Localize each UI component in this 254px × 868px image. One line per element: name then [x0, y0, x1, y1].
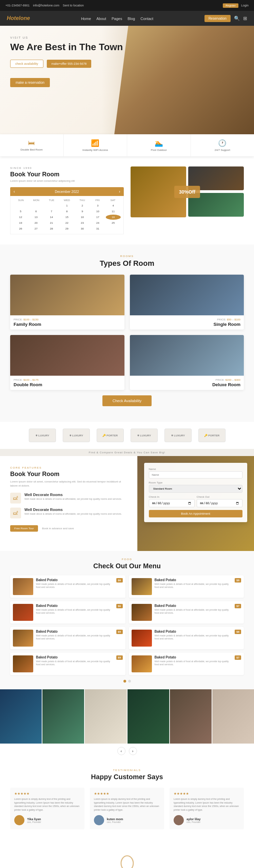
form-name-input[interactable] [149, 471, 243, 478]
test-author-info-3: aylor lilay ceo, Founder [187, 817, 201, 823]
cal-day-1[interactable]: 1 [60, 203, 75, 208]
cal-wed: WED [59, 199, 75, 202]
cal-day-20[interactable]: 20 [29, 220, 44, 225]
test-text-1: Lorem ipsum is simply dummy text of the … [14, 797, 80, 812]
form-checkout-input[interactable] [197, 499, 242, 507]
cal-day-7[interactable]: 7 [44, 209, 59, 214]
cal-day-29[interactable]: 29 [60, 226, 75, 231]
food-image-2 [132, 578, 152, 595]
nav-blog[interactable]: Blog [128, 17, 135, 21]
search-icon[interactable]: 🔍 [234, 16, 240, 21]
cal-day-18[interactable]: 18 [106, 215, 121, 220]
food-dot-2[interactable] [128, 680, 131, 683]
cal-day-31[interactable]: 31 [91, 226, 105, 231]
cal-day-28[interactable]: 28 [44, 226, 59, 231]
touch-icon: Touch [107, 853, 148, 868]
cal-day-3[interactable]: 3 [91, 203, 105, 208]
nav-pages[interactable]: Pages [112, 17, 122, 21]
cal-day-13[interactable]: 13 [29, 215, 44, 220]
family-room-image [10, 275, 124, 315]
brand-logo-6: 🔑 PORTER [198, 429, 226, 442]
calendar-next-button[interactable]: › [119, 189, 120, 194]
form-checkin-input[interactable] [149, 499, 195, 507]
svg-point-0 [121, 856, 133, 868]
avatar-2 [94, 815, 104, 825]
site-logo[interactable]: Hotelone [7, 15, 30, 21]
gallery-next-button[interactable]: › [129, 747, 137, 755]
check-availability-hero-button[interactable]: check availability [10, 60, 43, 68]
single-room-image [130, 275, 244, 315]
make-reservation-link[interactable]: make a reservation [10, 78, 50, 87]
food-title: Check Out Our Menu [10, 562, 244, 570]
cal-day-10[interactable]: 10 [91, 209, 105, 214]
top-info-bar: +01-234567-8901 info@hotelone.com Sent t… [0, 0, 254, 11]
register-button[interactable]: Register [223, 3, 238, 8]
make-offer-button[interactable]: make+offer 555-234-5678 [47, 60, 92, 68]
gallery-controls: ‹ › [0, 744, 254, 758]
cal-day-2[interactable]: 2 [75, 203, 90, 208]
double-room-info: PRICE: $100 – $175 Double Room [10, 376, 124, 390]
cal-day-30[interactable]: 30 [75, 226, 90, 231]
food-dot-1[interactable] [123, 680, 126, 683]
nav-contact[interactable]: Contact [140, 17, 153, 21]
test-text-2: Lorem ipsum is simply dummy text of the … [94, 797, 160, 812]
food-info-6: Baked Potato Well made potato & details … [155, 630, 232, 647]
cal-day-26[interactable]: 26 [13, 226, 28, 231]
cal-day-23[interactable]: 23 [75, 220, 90, 225]
food-item-3: Baked Potato Well made potato & details … [10, 601, 125, 624]
cal-day-24[interactable]: 24 [91, 220, 105, 225]
menu-icon[interactable]: ⊞ [243, 16, 247, 21]
visit-label: VISIT US [10, 36, 244, 39]
free-tour-button[interactable]: Free Room Tour [10, 525, 38, 532]
food-name-1: Baked Potato [36, 578, 114, 582]
cal-day-16[interactable]: 16 [75, 215, 90, 220]
core-label: CORE FEATURES [10, 466, 127, 469]
food-name-8: Baked Potato [155, 655, 232, 659]
cal-day-27[interactable]: 27 [29, 226, 44, 231]
location-text: Sent to location [63, 4, 84, 7]
booking-right: 30%Off [131, 166, 244, 234]
cal-day-14[interactable]: 14 [44, 215, 59, 220]
gallery-prev-button[interactable]: ‹ [117, 747, 125, 755]
check-availability-button[interactable]: Check Availability [102, 395, 152, 406]
cal-day-12[interactable]: 12 [13, 215, 28, 220]
cal-day-4[interactable]: 4 [106, 203, 121, 208]
cal-day-15[interactable]: 15 [60, 215, 75, 220]
calendar-prev-button[interactable]: ‹ [14, 189, 15, 194]
form-room-select[interactable]: Standard Room Deluxe Room Suite [149, 485, 243, 493]
book-appointment-button[interactable]: Book An Appointment [149, 510, 243, 517]
booking-left: SINCE 1990 Book Your Room Lorem ipsum do… [10, 166, 124, 234]
cal-day-8[interactable]: 8 [60, 209, 75, 214]
cal-day-6[interactable]: 6 [29, 209, 44, 214]
brands-section: ⚜ LUXURY ⚜ LUXURY 🔑 PORTER ⚜ LUXURY ⚜ LU… [0, 422, 254, 449]
cal-day-11[interactable]: 11 [106, 209, 121, 214]
food-price-8: $7 [235, 655, 241, 660]
cal-day-22[interactable]: 22 [60, 220, 75, 225]
since-label: SINCE 1990 [10, 166, 124, 170]
cal-day-9[interactable]: 9 [75, 209, 90, 214]
nav-about[interactable]: About [96, 17, 106, 21]
nav-home[interactable]: Home [81, 17, 91, 21]
feature-row-1: 🛋 Well Decorate Rooms Well made decor & … [10, 493, 127, 504]
login-link[interactable]: Login [241, 4, 249, 7]
cal-day-21[interactable]: 21 [44, 220, 59, 225]
booking-title: Book Your Room [10, 171, 124, 178]
stars-2: ★★★★★ [94, 792, 160, 795]
testimonial-2: ★★★★★ Lorem ipsum is simply dummy text o… [90, 788, 164, 829]
cal-day-5[interactable]: 5 [13, 209, 28, 214]
brand-logo-3: 🔑 PORTER [97, 429, 124, 442]
email-address: info@hotelone.com [33, 4, 59, 7]
cal-day-25[interactable]: 25 [106, 220, 121, 225]
food-desc-7: Well made potato & details of food at af… [36, 660, 114, 666]
cal-day-17[interactable]: 17 [91, 215, 105, 220]
reservation-button[interactable]: Reservation [204, 15, 231, 22]
feature-desc-1: Well made decor & details of rooms at af… [24, 497, 127, 501]
testimonials-section: TESTIMONIALS Happy Customer Says ★★★★★ L… [0, 758, 254, 840]
booking-subtitle: Lorem ipsum dolor sit amet consectetur a… [10, 179, 124, 182]
cal-day-19[interactable]: 19 [13, 220, 28, 225]
book-desc: Lorem ipsum dolor sit amet, consectetur … [10, 480, 127, 488]
food-price-1: $8 [116, 578, 123, 583]
touch-element[interactable]: Touch [0, 840, 254, 868]
test-name-1: Tika liyan [27, 817, 41, 821]
deluxe-room-name: Deluxe Room [133, 382, 241, 387]
